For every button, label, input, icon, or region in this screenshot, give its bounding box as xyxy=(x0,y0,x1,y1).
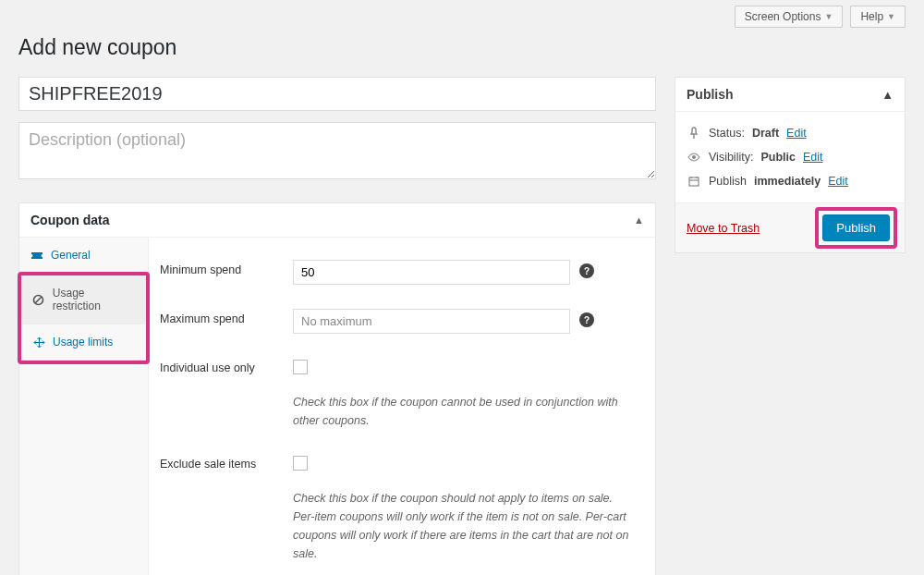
calendar-icon xyxy=(687,176,701,187)
publish-when-label: Publish xyxy=(709,175,747,188)
exclude-sale-desc: Check this box if the coupon should not … xyxy=(293,489,635,563)
publish-box: Publish ▲ Status: Draft Edit xyxy=(675,77,906,253)
panel-toggle[interactable]: ▲ xyxy=(881,88,894,102)
status-label: Status: xyxy=(709,127,745,140)
max-spend-input[interactable] xyxy=(293,309,570,334)
move-icon xyxy=(32,336,45,349)
screen-options-label: Screen Options xyxy=(745,10,821,23)
min-spend-label: Minimum spend xyxy=(160,260,280,276)
publish-when-value: immediately xyxy=(754,175,821,188)
tab-general-label: General xyxy=(51,249,91,262)
visibility-value: Public xyxy=(760,151,796,164)
move-to-trash-link[interactable]: Move to Trash xyxy=(687,222,760,235)
individual-use-desc: Check this box if the coupon cannot be u… xyxy=(293,393,635,430)
publish-button[interactable]: Publish xyxy=(822,214,890,241)
edit-visibility-link[interactable]: Edit xyxy=(803,151,823,164)
eye-icon xyxy=(687,153,701,162)
svg-line-1 xyxy=(35,297,42,303)
exclude-sale-checkbox[interactable] xyxy=(293,456,308,471)
min-spend-input[interactable] xyxy=(293,260,570,285)
coupon-description-input[interactable] xyxy=(18,122,656,179)
ban-icon xyxy=(32,294,45,306)
ticket-icon xyxy=(30,250,43,261)
tab-usage-restriction[interactable]: Usage restriction xyxy=(21,275,146,324)
screen-options-button[interactable]: Screen Options ▼ xyxy=(735,6,844,28)
edit-status-link[interactable]: Edit xyxy=(786,127,807,140)
coupon-code-input[interactable] xyxy=(18,77,656,111)
tab-general[interactable]: General xyxy=(19,238,148,274)
help-icon[interactable]: ? xyxy=(579,312,594,327)
help-icon[interactable]: ? xyxy=(579,263,594,278)
tab-usage-limits-label: Usage limits xyxy=(53,336,113,349)
status-value: Draft xyxy=(752,127,779,140)
max-spend-label: Maximum spend xyxy=(160,309,280,325)
edit-date-link[interactable]: Edit xyxy=(828,175,848,188)
help-button[interactable]: Help ▼ xyxy=(850,6,906,28)
individual-use-checkbox[interactable] xyxy=(293,360,308,374)
chevron-down-icon: ▼ xyxy=(824,12,833,21)
tab-usage-restriction-label: Usage restriction xyxy=(53,287,135,312)
coupon-data-title: Coupon data xyxy=(30,213,110,227)
help-label: Help xyxy=(860,10,883,23)
visibility-label: Visibility: xyxy=(709,151,753,164)
publish-title: Publish xyxy=(687,87,734,102)
individual-use-label: Individual use only xyxy=(160,358,280,374)
page-title: Add new coupon xyxy=(18,35,906,60)
pin-icon xyxy=(687,127,701,140)
svg-rect-3 xyxy=(689,177,699,186)
panel-toggle[interactable]: ▲ xyxy=(634,214,644,226)
exclude-sale-label: Exclude sale items xyxy=(160,454,280,471)
chevron-down-icon: ▼ xyxy=(887,12,895,21)
coupon-tabs: General Usage restriction xyxy=(19,238,149,575)
tab-usage-limits[interactable]: Usage limits xyxy=(21,324,146,361)
coupon-data-panel: Coupon data ▲ General xyxy=(18,202,656,575)
svg-point-2 xyxy=(692,155,696,159)
